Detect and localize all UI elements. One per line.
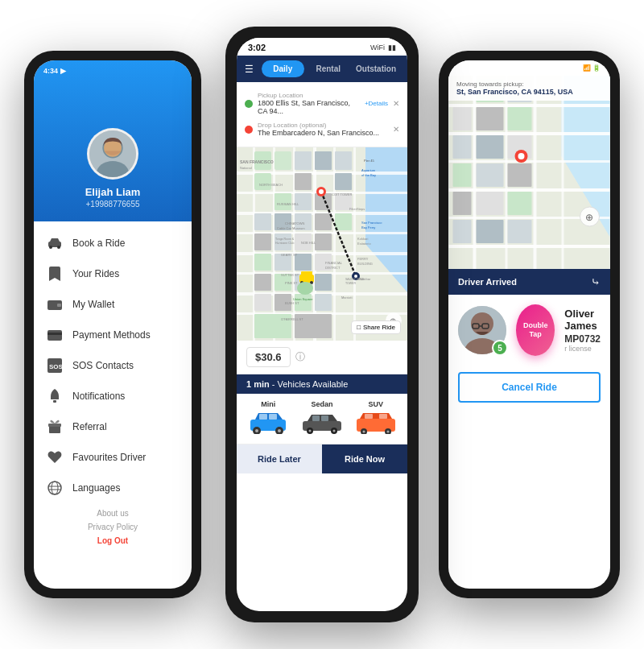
svg-rect-145 [534, 76, 537, 269]
svg-rect-127 [312, 415, 320, 421]
menu-item-payment-methods[interactable]: Payment Methods [34, 320, 192, 350]
car-icon [47, 235, 63, 251]
svg-text:Tonga Room &: Tonga Room & [275, 238, 295, 241]
svg-rect-156 [477, 163, 504, 187]
tab-rental[interactable]: Rental [308, 60, 350, 77]
ride-later-button[interactable]: Ride Later [237, 444, 322, 473]
vehicle-mini[interactable]: Mini [243, 400, 294, 437]
svg-rect-144 [506, 76, 508, 269]
svg-rect-128 [321, 415, 328, 421]
privacy-policy-link[interactable]: Privacy Policy [34, 520, 192, 534]
menu-item-my-wallet[interactable]: My Wallet [34, 289, 192, 320]
menu-label-book-a-ride: Book a Ride [72, 238, 125, 249]
svg-text:FINANCIAL: FINANCIAL [325, 261, 343, 265]
center-tabs: ☰ Daily Rental Outstation [237, 56, 407, 82]
svg-rect-11 [47, 333, 62, 335]
menu-label-payment-methods: Payment Methods [72, 329, 151, 341]
tab-daily[interactable]: Daily [262, 60, 304, 77]
sos-icon: SOS [47, 358, 63, 374]
menu-item-languages[interactable]: Languages [34, 473, 192, 503]
share-ride-btn[interactable]: □ Share Ride [351, 320, 401, 334]
left-status-bar: 4:34 ▶ [43, 67, 66, 75]
svg-rect-135 [379, 414, 387, 419]
svg-rect-149 [477, 107, 504, 130]
svg-rect-9 [57, 304, 61, 307]
center-map: SAN FRANCISCO National NORTH BEACH RUSSI… [237, 147, 407, 341]
svg-point-18 [52, 482, 58, 494]
svg-text:BUILDING: BUILDING [357, 262, 373, 266]
svg-text:Marriott: Marriott [341, 296, 353, 300]
menu-item-your-rides[interactable]: Your Rides [34, 258, 192, 289]
scene: 4:34 ▶ Elijah Liam +19988776655 [0, 0, 644, 649]
svg-point-165 [518, 153, 525, 159]
svg-text:GEARY ST: GEARY ST [281, 253, 298, 257]
svg-rect-42 [295, 173, 312, 190]
info-icon[interactable]: ⓘ [295, 350, 305, 364]
pickup-status-text: Moving towards pickup: [456, 81, 602, 88]
svg-rect-88 [301, 271, 312, 278]
svg-text:Kokkari: Kokkari [357, 237, 368, 241]
svg-text:COIT TOWER: COIT TOWER [332, 192, 352, 196]
avatar [87, 128, 138, 180]
svg-text:TOWER: TOWER [345, 282, 356, 285]
menu-item-book-a-ride[interactable]: Book a Ride [34, 228, 192, 258]
eta-text: 1 min [246, 379, 270, 389]
bookmark-icon [47, 266, 63, 282]
svg-text:PINE ST: PINE ST [285, 281, 298, 285]
user-name: Elijah Liam [85, 186, 141, 198]
center-status-icons: WiFi ▮▮ [370, 43, 396, 52]
vehicle-sedan[interactable]: Sedan [297, 400, 348, 437]
drop-clear-icon[interactable]: ✕ [393, 125, 399, 134]
svg-text:SUTTER ST: SUTTER ST [281, 273, 299, 277]
pickup-clear-icon[interactable]: ✕ [393, 99, 399, 108]
driver-arrived-text: Driver Arrived [458, 277, 517, 287]
svg-point-119 [278, 429, 281, 432]
heart-icon [47, 449, 63, 465]
tab-outstation[interactable]: Outstation [353, 60, 399, 77]
about-us-link[interactable]: About us [34, 506, 192, 520]
details-link[interactable]: +Details [365, 100, 388, 107]
svg-point-131 [362, 431, 365, 433]
share-icon[interactable]: ⤷ [591, 275, 601, 288]
svg-rect-64 [315, 274, 332, 291]
svg-rect-51 [315, 213, 332, 230]
pickup-label: Pickup Location [258, 92, 360, 99]
svg-rect-16 [48, 424, 61, 427]
svg-rect-68 [315, 294, 332, 311]
menu-item-sos-contacts[interactable]: SOS SOS Contacts [34, 350, 192, 381]
log-out-link[interactable]: Log Out [34, 534, 192, 548]
svg-rect-56 [315, 234, 332, 250]
menu-label-favourites-driver: Favourites Driver [72, 452, 146, 463]
svg-rect-61 [254, 274, 271, 291]
menu-item-referral[interactable]: Referral [34, 411, 192, 442]
menu-item-favourites-driver[interactable]: Favourites Driver [34, 442, 192, 473]
svg-point-17 [48, 482, 61, 494]
double-tap-line2: Tap [529, 330, 541, 339]
phone-center: 3:02 WiFi ▮▮ ☰ Daily Rental Outstation P… [225, 27, 419, 622]
svg-text:SOS: SOS [49, 363, 62, 370]
svg-point-7 [57, 246, 60, 249]
map-svg: SAN FRANCISCO National NORTH BEACH RUSSI… [237, 147, 407, 341]
svg-rect-39 [295, 151, 312, 170]
svg-text:NOB HILL: NOB HILL [301, 241, 316, 245]
center-status-bar: 3:02 WiFi ▮▮ [237, 38, 407, 56]
vehicle-suv[interactable]: SUV [350, 400, 401, 437]
mini-car-svg [247, 411, 289, 434]
pickup-value: 1800 Ellis St, San Francisco, CA 94... [258, 99, 360, 115]
svg-rect-65 [254, 294, 271, 311]
double-tap-line1: Double [523, 321, 548, 330]
svg-point-117 [255, 429, 258, 432]
phone-left: 4:34 ▶ Elijah Liam +19988776655 [24, 51, 201, 598]
svg-text:Waterbar: Waterbar [357, 277, 371, 281]
phone-right: 📶 🔋 [439, 51, 620, 598]
menu-item-notifications[interactable]: Notifications [34, 381, 192, 411]
ride-now-button[interactable]: Ride Now [322, 444, 407, 473]
double-tap-button[interactable]: Double Tap [516, 304, 555, 356]
wallet-icon [47, 296, 63, 312]
location-section: Pickup Location 1800 Ellis St, San Franc… [237, 82, 407, 147]
cancel-ride-button[interactable]: Cancel Ride [458, 372, 601, 403]
svg-text:Union Square: Union Square [293, 297, 313, 301]
hamburger-icon[interactable]: ☰ [245, 64, 254, 75]
vehicle-sedan-label: Sedan [297, 400, 348, 408]
svg-rect-52 [335, 213, 352, 230]
